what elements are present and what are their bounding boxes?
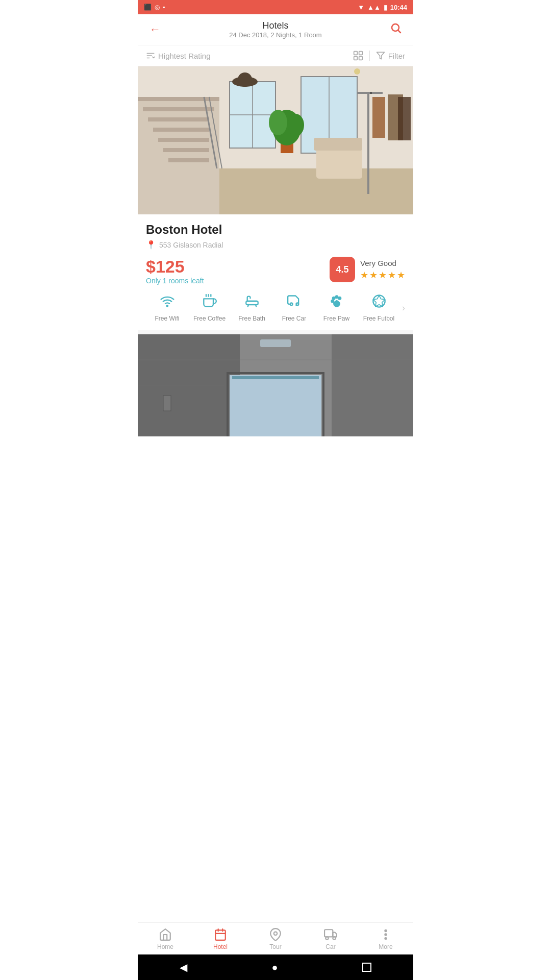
svg-point-41	[354, 68, 360, 75]
filter-right: Filter	[353, 51, 405, 61]
amenities-row: Free Wifi Free Coffee	[146, 294, 405, 322]
hotel-main-image	[138, 66, 413, 214]
svg-point-49	[290, 303, 292, 306]
coffee-label: Free Coffee	[193, 315, 226, 322]
icon-a: ⬛	[144, 4, 152, 11]
svg-rect-32	[314, 138, 362, 151]
sort-button[interactable]: Hightest Rating	[146, 51, 211, 60]
amenity-futbol: Free Futbol	[358, 294, 400, 322]
svg-point-52	[335, 296, 338, 299]
back-button[interactable]: ←	[146, 23, 164, 36]
svg-rect-23	[163, 148, 209, 152]
signal-icon: ▲▲	[367, 4, 381, 11]
svg-rect-35	[370, 92, 372, 94]
svg-rect-18	[138, 97, 219, 101]
hotel-address: 📍 553 Gislason Radial	[146, 240, 405, 250]
header-center: Hotels 24 Dec 2018, 2 Nights, 1 Room	[164, 20, 387, 39]
star-2: ★	[369, 270, 378, 281]
search-button[interactable]	[387, 22, 405, 37]
car-icon	[287, 294, 302, 312]
rating-block: 4.5 Very Good ★ ★ ★ ★ ★	[330, 257, 405, 282]
svg-rect-64	[260, 339, 291, 347]
car-label: Free Car	[282, 315, 306, 322]
status-icons-right: ▼ ▲▲ ▮ 10:44	[358, 4, 407, 11]
star-rating: ★ ★ ★ ★ ★	[360, 270, 405, 281]
star-1: ★	[360, 270, 368, 281]
svg-rect-36	[372, 97, 385, 138]
rating-text: Very Good ★ ★ ★ ★ ★	[360, 259, 405, 281]
icon-circle: ◎	[155, 4, 160, 11]
svg-rect-8	[359, 57, 362, 60]
svg-rect-33	[367, 92, 369, 194]
svg-point-54	[331, 300, 334, 303]
svg-rect-19	[143, 107, 214, 111]
paw-label: Free Paw	[323, 315, 349, 322]
rating-label: Very Good	[360, 259, 405, 267]
amenity-bath: Free Bath	[231, 294, 273, 322]
price-rating-row: $125 Only 1 rooms leaft 4.5 Very Good ★ …	[146, 257, 405, 292]
time: 10:44	[390, 4, 407, 11]
star-4: ★	[388, 270, 396, 281]
futbol-label: Free Futbol	[363, 315, 394, 322]
svg-rect-22	[158, 138, 209, 142]
sort-label: Hightest Rating	[158, 52, 211, 60]
coffee-icon	[203, 294, 217, 312]
svg-line-47	[247, 305, 248, 307]
header-subtitle: 24 Dec 2018, 2 Nights, 1 Room	[164, 31, 387, 39]
svg-rect-20	[148, 117, 209, 121]
header: ← Hotels 24 Dec 2018, 2 Nights, 1 Room	[138, 14, 413, 45]
wifi-label: Free Wifi	[155, 315, 180, 322]
filter-label: Filter	[388, 52, 405, 60]
svg-rect-31	[316, 148, 362, 179]
star-5-half: ★	[397, 270, 405, 281]
amenities-arrow[interactable]: ›	[400, 303, 405, 313]
bath-icon	[245, 294, 259, 312]
svg-point-51	[332, 297, 335, 300]
address-text: 553 Gislason Radial	[159, 241, 223, 249]
icon-sd: ▪	[163, 4, 165, 11]
amenity-paw: Free Paw	[315, 294, 358, 322]
filter-button[interactable]: Filter	[376, 51, 405, 60]
svg-rect-61	[230, 375, 321, 436]
svg-line-48	[256, 305, 256, 307]
status-icons-left: ⬛ ◎ ▪	[144, 4, 165, 11]
svg-point-50	[296, 303, 298, 306]
svg-rect-7	[354, 57, 357, 60]
battery-icon: ▮	[384, 4, 387, 11]
hotel-card: Boston Hotel 📍 553 Gislason Radial $125 …	[138, 214, 413, 334]
svg-rect-46	[246, 301, 258, 305]
paw-icon	[330, 294, 344, 312]
svg-rect-65	[163, 396, 171, 411]
page-title: Hotels	[164, 20, 387, 31]
price-block: $125 Only 1 rooms leaft	[146, 257, 204, 292]
svg-line-1	[398, 31, 400, 33]
rating-badge: 4.5	[330, 257, 355, 282]
filter-divider	[369, 51, 370, 61]
futbol-icon	[372, 294, 386, 312]
svg-marker-9	[377, 52, 384, 59]
amenity-wifi: Free Wifi	[146, 294, 188, 322]
hotel-second-image	[138, 334, 413, 436]
wifi-icon	[160, 294, 174, 312]
hotel-price: $125	[146, 257, 204, 277]
svg-rect-38	[398, 97, 411, 140]
svg-rect-6	[359, 52, 362, 55]
svg-point-30	[288, 114, 304, 136]
status-bar: ⬛ ◎ ▪ ▼ ▲▲ ▮ 10:44	[138, 0, 413, 14]
amenity-car: Free Car	[273, 294, 315, 322]
star-3: ★	[379, 270, 387, 281]
svg-rect-5	[354, 52, 357, 55]
rooms-left: Only 1 rooms leaft	[146, 277, 204, 285]
svg-point-53	[338, 297, 341, 300]
svg-point-29	[269, 110, 287, 135]
svg-point-42	[166, 305, 167, 306]
svg-point-40	[238, 72, 252, 87]
amenity-coffee: Free Coffee	[188, 294, 231, 322]
svg-rect-24	[168, 158, 209, 162]
svg-rect-21	[153, 128, 209, 132]
hotel-name: Boston Hotel	[146, 223, 405, 237]
location-pin-icon: 📍	[146, 240, 156, 250]
svg-rect-62	[232, 376, 319, 379]
filter-bar: Hightest Rating Filter	[138, 45, 413, 66]
bath-label: Free Bath	[238, 315, 265, 322]
